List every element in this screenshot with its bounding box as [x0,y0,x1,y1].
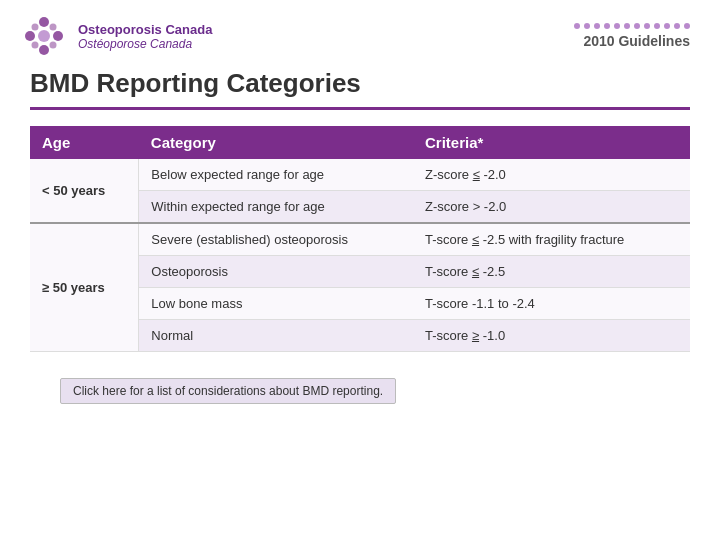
svg-point-4 [38,30,50,42]
svg-point-8 [50,42,57,49]
svg-point-1 [39,45,49,55]
header-right: 2010 Guidelines [490,23,690,49]
criteria-cell: Z-score > -2.0 [413,191,690,224]
category-cell: Below expected range for age [139,159,413,191]
divider [30,107,690,110]
criteria-cell: T-score ≥ -1.0 [413,320,690,352]
dot [614,23,620,29]
category-cell: Low bone mass [139,288,413,320]
category-cell: Normal [139,320,413,352]
dot [684,23,690,29]
logo-main-text: Osteoporosis Canada [78,22,212,37]
page: Osteoporosis Canada Ostéoporose Canada [0,0,720,540]
dot [664,23,670,29]
svg-point-6 [50,24,57,31]
svg-point-3 [53,31,63,41]
table-row: ≥ 50 years Severe (established) osteopor… [30,223,690,256]
criteria-cell: T-score ≤ -2.5 with fragility fracture [413,223,690,256]
col-header-criteria: Criteria* [413,126,690,159]
svg-point-7 [32,42,39,49]
svg-point-0 [39,17,49,27]
dot [624,23,630,29]
criteria-cell: T-score -1.1 to -2.4 [413,288,690,320]
footer-link[interactable]: Click here for a list of considerations … [60,378,396,404]
header: Osteoporosis Canada Ostéoporose Canada [0,0,720,68]
logo-sub-text: Ostéoporose Canada [78,37,192,51]
dot [644,23,650,29]
category-cell: Severe (established) osteoporosis [139,223,413,256]
dot [634,23,640,29]
category-cell: Osteoporosis [139,256,413,288]
table-row: < 50 years Below expected range for age … [30,159,690,191]
dot [584,23,590,29]
logo-wrapper: Osteoporosis Canada Ostéoporose Canada [20,12,212,60]
col-header-category: Category [139,126,413,159]
age-cell-over50: ≥ 50 years [30,223,139,352]
guidelines-label: 2010 Guidelines [583,33,690,49]
table-header-row: Age Category Criteria* [30,126,690,159]
dots-decoration [490,23,690,29]
dot [574,23,580,29]
page-title: BMD Reporting Categories [0,68,720,107]
category-cell: Within expected range for age [139,191,413,224]
dot [604,23,610,29]
table-container: Age Category Criteria* < 50 years Below … [0,126,720,352]
criteria-cell: T-score ≤ -2.5 [413,256,690,288]
dot [654,23,660,29]
criteria-cell: Z-score ≤ -2.0 [413,159,690,191]
svg-point-5 [32,24,39,31]
bmd-table: Age Category Criteria* < 50 years Below … [30,126,690,352]
col-header-age: Age [30,126,139,159]
dot [594,23,600,29]
logo-icon [20,12,68,60]
age-cell-under50: < 50 years [30,159,139,223]
footer-link-wrapper: Click here for a list of considerations … [0,352,720,404]
svg-point-2 [25,31,35,41]
logo-area: Osteoporosis Canada Ostéoporose Canada [78,22,212,51]
dot [674,23,680,29]
